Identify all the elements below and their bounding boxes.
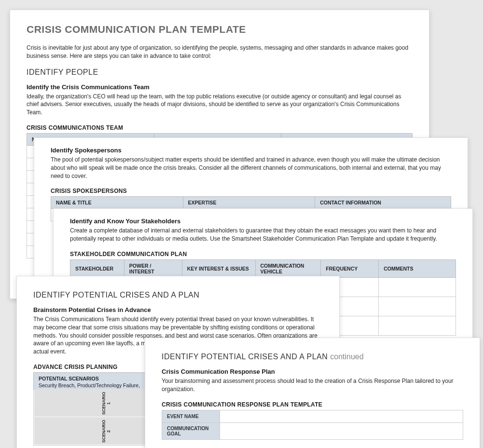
- col-comments: COMMENTS: [379, 259, 456, 277]
- body-response-plan: Your brainstorming and assessment proces…: [162, 377, 463, 394]
- section-identify-people: IDENTIFY PEOPLE: [27, 68, 413, 77]
- section-potential-crises: IDENTIFY POTENTIAL CRISES AND A PLAN: [33, 291, 323, 299]
- table-label-response-plan: CRISIS COMMUNICATION RESPONSE PLAN TEMPL…: [162, 401, 463, 408]
- document-title: CRISIS COMMUNICATION PLAN TEMPLATE: [27, 24, 413, 35]
- body-stakeholders: Create a complete database of internal a…: [70, 227, 456, 243]
- table-label-spokespersons: CRISIS SPOKESPERSONS: [51, 188, 451, 194]
- sub-identify-team: Identify the Crisis Communications Team: [27, 83, 413, 91]
- table-label-team: CRISIS COMMUNICATIONS TEAM: [27, 124, 413, 131]
- row-comm-goal: COMMUNICATION GOAL: [162, 422, 220, 439]
- col-spoke-expertise: EXPERTISE: [183, 197, 315, 209]
- cell-comm-goal: [220, 422, 463, 439]
- col-frequency: FREQUENCY: [321, 259, 379, 277]
- col-interest: KEY INTEREST & ISSUES: [182, 259, 255, 277]
- col-power: POWER / INTEREST: [124, 259, 182, 277]
- sub-brainstorm: Brainstorm Potential Crises in Advance: [33, 306, 323, 313]
- cell-event-name: [220, 410, 463, 422]
- intro-text: Crisis is inevitable for just about any …: [27, 44, 413, 60]
- template-page-5: IDENTIFY POTENTIAL CRISES AND A PLAN con…: [145, 338, 480, 448]
- sub-response-plan: Crisis Communication Response Plan: [162, 368, 463, 375]
- table-label-stakeholder: STAKEHOLDER COMMUNICATION PLAN: [70, 251, 456, 258]
- col-vehicle: COMMUNICATION VEHICLE: [255, 259, 321, 277]
- sub-identify-spokespersons: Identify Spokespersons: [51, 147, 451, 154]
- body-spokespersons: The pool of potential spokespersons/subj…: [51, 156, 451, 180]
- col-spoke-name: NAME & TITLE: [51, 197, 183, 209]
- section-potential-crises-cont: IDENTIFY POTENTIAL CRISES AND A PLAN con…: [162, 353, 463, 361]
- response-plan-table: EVENT NAME COMMUNICATION GOAL: [162, 410, 463, 440]
- col-stakeholder: STAKEHOLDER: [70, 259, 124, 277]
- col-spoke-contact: CONTACT INFORMATION: [315, 197, 451, 209]
- body-identify-team: Ideally, the organization's CEO will hea…: [27, 93, 413, 117]
- row-event-name: EVENT NAME: [162, 410, 220, 422]
- sub-stakeholders: Identify and Know Your Stakeholders: [70, 217, 456, 225]
